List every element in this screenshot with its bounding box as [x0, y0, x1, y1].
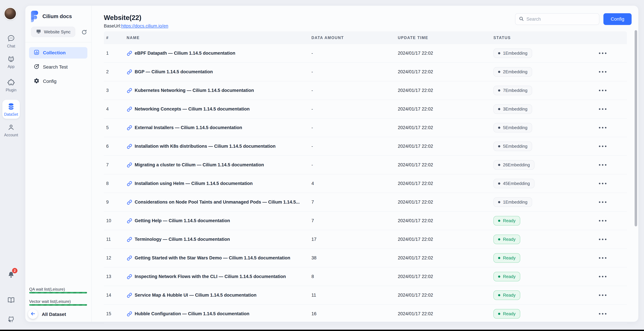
bell-icon — [0, 271, 22, 279]
user-avatar[interactable] — [4, 7, 16, 20]
notification-button[interactable] — [0, 271, 22, 279]
all-dataset-label[interactable]: All Dataset — [42, 312, 66, 317]
row-menu-button[interactable] — [597, 312, 608, 316]
docs-button[interactable] — [0, 296, 22, 304]
collection-name-link[interactable]: Service Map & Hubble UI — Cilium 1.14.5 … — [135, 292, 256, 298]
collection-name-link[interactable]: Terminology — Cilium 1.14.5 documentatio… — [135, 237, 230, 242]
row-menu-button[interactable] — [597, 51, 608, 56]
status-badge: Ready — [494, 290, 520, 300]
status-badge: 45Embedding — [494, 179, 534, 188]
row-menu-button[interactable] — [597, 237, 608, 242]
gear-icon — [34, 78, 40, 85]
status-badge: Ready — [494, 272, 520, 281]
website-sync-tag[interactable]: Website Sync — [31, 27, 75, 37]
row-menu-button[interactable] — [597, 125, 608, 130]
search-input[interactable] — [526, 16, 596, 22]
table-body: 1eBPF Datapath — Cilium 1.14.5 documenta… — [104, 44, 627, 323]
config-button[interactable]: Config — [604, 13, 632, 25]
collection-name-link[interactable]: Networking Concepts — Cilium 1.14.5 docu… — [135, 106, 250, 112]
sidebar-item-collection[interactable]: Collection — [29, 47, 88, 58]
table-row: 11Terminology — Cilium 1.14.5 documentat… — [104, 230, 627, 249]
row-index: 8 — [104, 181, 126, 186]
row-menu-button[interactable] — [597, 256, 608, 260]
collection-name-link[interactable]: eBPF Datapath — Cilium 1.14.5 documentat… — [135, 51, 235, 56]
row-menu-button[interactable] — [597, 274, 608, 279]
status-dot-icon — [498, 313, 500, 315]
row-index: 10 — [104, 218, 126, 223]
search-test-icon — [34, 64, 40, 71]
collection-name-link[interactable]: Installation with K8s distributions — Ci… — [135, 144, 276, 149]
rail-item-plugin[interactable]: Plugin — [0, 78, 22, 92]
col-status: STATUS — [494, 36, 578, 40]
github-icon — [0, 316, 22, 323]
row-menu-button[interactable] — [597, 70, 608, 74]
data-amount: - — [312, 125, 398, 130]
collection-name-link[interactable]: Getting Help — Cilium 1.14.5 documentati… — [135, 218, 230, 223]
vector-wait-list-progressbar — [29, 304, 87, 306]
collection-name-link[interactable]: Hubble Configuration — Cilium 1.14.5 doc… — [135, 311, 250, 316]
status-badge: 3Embedding — [494, 104, 532, 114]
rail-item-dataset[interactable]: DataSet — [2, 100, 20, 119]
row-menu-button[interactable] — [597, 218, 608, 223]
baseurl-link[interactable]: https://docs.cilium.io/en — [121, 24, 168, 28]
update-time: 2024/01/17 22:02 — [398, 256, 494, 260]
collection-main: Website(22) BaseUrl:https://docs.cilium.… — [91, 6, 639, 322]
collection-name-link[interactable]: Getting Started with the Star Wars Demo … — [135, 256, 290, 260]
table-row: 5External Installers — Cilium 1.14.5 doc… — [104, 118, 627, 137]
github-button[interactable] — [0, 316, 22, 323]
sidebar-item-search-test[interactable]: Search Test — [29, 61, 88, 73]
rail-item-label: Chat — [0, 44, 22, 48]
collection-name-link[interactable]: Considerations on Node Pool Taints and U… — [135, 200, 300, 205]
update-time: 2024/01/17 22:02 — [398, 51, 494, 56]
collection-name-link[interactable]: Kubernetes Networking — Cilium 1.14.5 do… — [135, 88, 254, 93]
dataset-logo-icon — [30, 11, 38, 23]
update-time: 2024/01/17 22:02 — [398, 125, 494, 130]
update-time: 2024/01/17 22:02 — [398, 218, 494, 223]
collection-name-link[interactable]: BGP — Cilium 1.14.5 documentation — [135, 69, 213, 74]
status-dot-icon — [498, 108, 500, 110]
collection-name-link[interactable]: Migrating a cluster to Cilium — Cilium 1… — [135, 162, 264, 168]
data-amount: - — [312, 162, 398, 168]
update-time: 2024/01/17 22:02 — [398, 69, 494, 74]
rail-item-label: DataSet — [2, 112, 20, 117]
collection-name-link[interactable]: External Installers — Cilium 1.14.5 docu… — [135, 125, 242, 130]
collection-name-link[interactable]: Inspecting Network Flows with the CLI — … — [135, 274, 286, 279]
col-index: # — [104, 36, 126, 40]
row-menu-button[interactable] — [597, 88, 608, 93]
search-box[interactable] — [515, 13, 600, 25]
row-menu-button[interactable] — [597, 181, 608, 186]
update-time: 2024/01/17 22:02 — [398, 181, 494, 186]
table-row: 1eBPF Datapath — Cilium 1.14.5 documenta… — [104, 44, 627, 63]
rail-item-app[interactable]: App — [0, 55, 22, 69]
table-row: 10Getting Help — Cilium 1.14.5 documenta… — [104, 212, 627, 230]
refresh-icon[interactable] — [81, 29, 87, 35]
row-index: 13 — [104, 274, 126, 279]
table-row: 15Hubble Configuration — Cilium 1.14.5 d… — [104, 305, 627, 323]
baseurl-label: BaseUrl: — [104, 24, 121, 28]
sidebar-item-label: Collection — [43, 50, 66, 56]
qa-wait-list-label: QA wait list(Leisure) — [29, 287, 65, 292]
status-badge: 7Embedding — [494, 86, 532, 95]
back-button[interactable] — [28, 309, 38, 319]
collection-name-link[interactable]: Installation using Helm — Cilium 1.14.5 … — [135, 181, 253, 186]
rail-item-chat[interactable]: Chat — [0, 34, 22, 48]
sidebar-item-config[interactable]: Config — [29, 76, 88, 87]
status-dot-icon — [498, 89, 500, 92]
row-index: 7 — [104, 162, 126, 168]
row-menu-button[interactable] — [597, 162, 608, 167]
row-menu-button[interactable] — [597, 144, 608, 149]
sidebar-item-label: Search Test — [43, 64, 68, 70]
vertical-scrollbar[interactable] — [634, 30, 637, 226]
book-icon — [0, 296, 22, 304]
update-time: 2024/01/17 22:02 — [398, 88, 494, 93]
table-row: 3Kubernetes Networking — Cilium 1.14.5 d… — [104, 81, 627, 100]
row-menu-button[interactable] — [597, 107, 608, 112]
data-amount: 8 — [312, 274, 398, 279]
status-dot-icon — [498, 145, 500, 148]
rail-item-account[interactable]: Account — [0, 124, 22, 137]
update-time: 2024/01/17 22:02 — [398, 311, 494, 316]
chat-icon — [0, 34, 22, 42]
link-icon — [126, 162, 132, 168]
row-menu-button[interactable] — [597, 293, 608, 298]
row-menu-button[interactable] — [597, 200, 608, 204]
